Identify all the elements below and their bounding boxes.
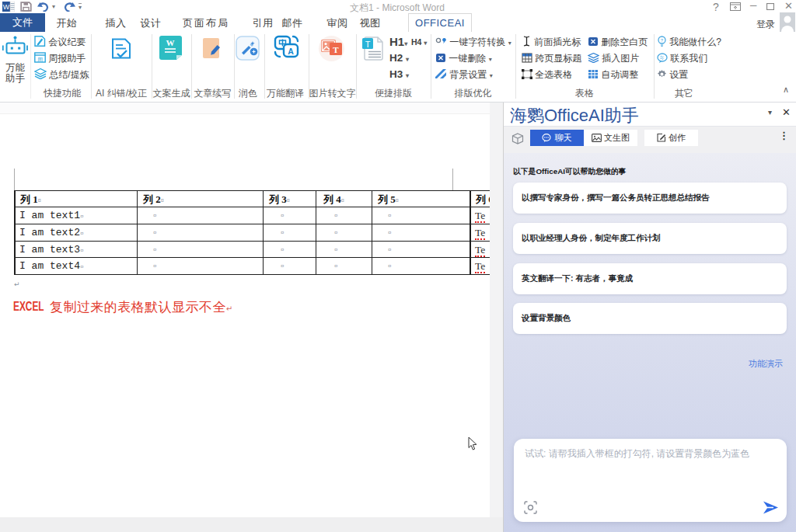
svg-text:A: A — [288, 47, 294, 56]
svg-text:W: W — [166, 38, 175, 47]
svg-text:?: ? — [661, 38, 664, 43]
svg-text:T: T — [365, 40, 371, 49]
svg-text:W: W — [3, 3, 10, 11]
svg-text:T: T — [333, 45, 339, 54]
svg-text:周: 周 — [37, 57, 43, 62]
